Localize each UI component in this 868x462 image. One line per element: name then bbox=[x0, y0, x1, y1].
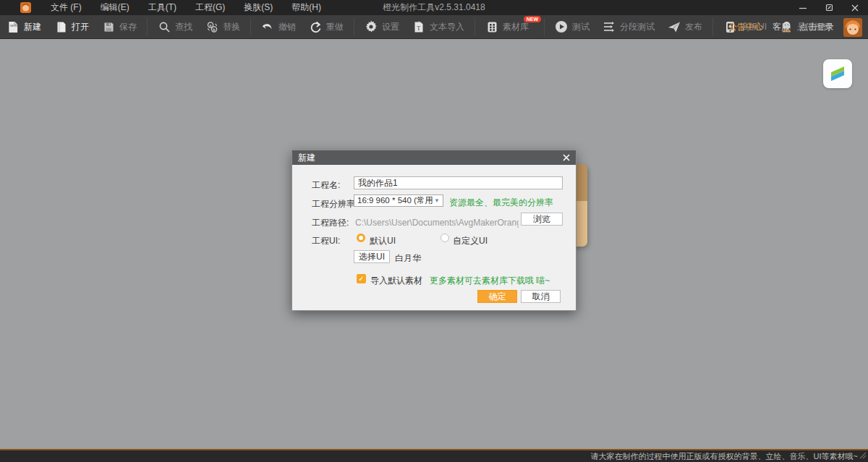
segment-test-button[interactable]: 分段测试 bbox=[596, 15, 661, 38]
material-library-button[interactable]: 素材库 NEW bbox=[479, 15, 535, 38]
new-badge: NEW bbox=[524, 16, 541, 22]
settings-button[interactable]: 设置 bbox=[358, 15, 406, 38]
customer-service-link[interactable]: 客服 bbox=[773, 21, 790, 33]
default-ui-radio[interactable] bbox=[357, 234, 365, 242]
segment-test-icon bbox=[603, 20, 616, 33]
resolution-label: 工程分辨率: bbox=[312, 198, 357, 210]
toolbar-divider bbox=[712, 18, 713, 35]
status-bar: 请大家在制作的过程中使用正版或有授权的背景、立绘、音乐、UI等素材哦~ bbox=[0, 449, 868, 462]
login-link[interactable]: 点击登录 bbox=[799, 21, 834, 33]
ok-button[interactable]: 确定 bbox=[477, 290, 517, 303]
library-icon bbox=[485, 20, 498, 33]
custom-ui-radio[interactable] bbox=[441, 234, 449, 242]
toolbar-divider bbox=[475, 18, 475, 35]
toolbar-button-label: 撤销 bbox=[278, 21, 296, 33]
menu-project[interactable]: 工程(G) bbox=[186, 1, 234, 14]
svg-text:T: T bbox=[417, 24, 421, 31]
toolbar-divider bbox=[544, 18, 545, 35]
toolbar-button-label: 测试 bbox=[572, 21, 590, 33]
project-ui-label: 工程UI: bbox=[312, 235, 340, 247]
status-message: 请大家在制作的过程中使用正版或有授权的背景、立绘、音乐、UI等素材哦~ bbox=[591, 451, 858, 462]
search-icon bbox=[158, 20, 171, 33]
new-file-icon: NEW bbox=[7, 20, 20, 33]
menu-edit[interactable]: 编辑(E) bbox=[91, 1, 139, 14]
engine-logo-tile bbox=[823, 59, 852, 88]
project-name-input[interactable] bbox=[354, 176, 563, 189]
import-materials-label[interactable]: 导入默认素材 bbox=[370, 275, 422, 287]
replace-button[interactable]: ab 替换 bbox=[199, 15, 247, 38]
close-window-button[interactable] bbox=[842, 0, 868, 15]
test-button[interactable]: 测试 bbox=[548, 15, 596, 38]
open-file-icon bbox=[54, 20, 67, 33]
open-project-button[interactable]: 打开 bbox=[48, 15, 95, 38]
toolbar-button-label: 打开 bbox=[72, 21, 89, 33]
minimize-button[interactable] bbox=[790, 0, 816, 15]
restore-button[interactable] bbox=[816, 0, 842, 15]
svg-text:a: a bbox=[209, 23, 212, 27]
cancel-button[interactable]: 取消 bbox=[521, 290, 561, 303]
project-name-label: 工程名: bbox=[312, 179, 340, 192]
save-icon bbox=[102, 20, 115, 33]
svg-text:b: b bbox=[213, 27, 216, 32]
toolbar-button-label: 文本导入 bbox=[430, 21, 464, 33]
new-project-button[interactable]: NEW 新建 bbox=[0, 15, 48, 38]
replace-icon: ab bbox=[205, 20, 218, 33]
main-toolbar: NEW 新建 打开 保存 查找 ab 替换 撤销 bbox=[0, 15, 868, 39]
publish-button[interactable]: 发布 bbox=[661, 15, 709, 38]
publish-icon bbox=[668, 20, 681, 33]
resolution-selected-value: 16:9 960 * 540 (常用) bbox=[357, 195, 433, 206]
toolbar-button-label: 查找 bbox=[175, 21, 192, 33]
menu-skin[interactable]: 换肤(S) bbox=[234, 1, 282, 14]
toolbar-button-label: 素材库 bbox=[503, 21, 529, 33]
project-path-label: 工程路径: bbox=[312, 217, 349, 229]
redo-button[interactable]: 重做 bbox=[302, 15, 350, 38]
toolbar-divider bbox=[354, 18, 354, 35]
select-ui-button[interactable]: 选择UI bbox=[354, 250, 390, 263]
svg-text:NEW: NEW bbox=[10, 23, 17, 27]
redo-icon bbox=[309, 20, 322, 33]
toolbar-button-label: 分段测试 bbox=[620, 21, 655, 33]
dialog-title: 新建 bbox=[298, 152, 315, 164]
close-icon[interactable] bbox=[561, 153, 571, 163]
toolbar-right-cluster: 公告中心 客服 点击登录 bbox=[728, 15, 862, 39]
menu-tools[interactable]: 工具(T) bbox=[139, 1, 186, 14]
window-titlebar: 文件 (F) 编辑(E) 工具(T) 工程(G) 换肤(S) 帮助(H) 橙光制… bbox=[0, 0, 868, 15]
menu-file[interactable]: 文件 (F) bbox=[41, 1, 91, 14]
find-button[interactable]: 查找 bbox=[151, 15, 199, 38]
announcement-center-link[interactable]: 公告中心 bbox=[728, 21, 763, 33]
ui-theme-name: 白月华 bbox=[395, 252, 421, 265]
text-import-button[interactable]: T 文本导入 bbox=[406, 15, 471, 38]
dialog-titlebar[interactable]: 新建 bbox=[292, 150, 576, 165]
toolbar-button-label: 新建 bbox=[24, 21, 41, 33]
import-materials-hint: 更多素材可去素材库下载哦 喵~ bbox=[430, 275, 550, 287]
resolution-hint: 资源最全、最完美的分辨率 bbox=[449, 197, 553, 209]
window-title: 橙光制作工具v2.5.31.0418 bbox=[383, 1, 485, 14]
play-icon bbox=[555, 20, 568, 33]
text-import-icon: T bbox=[412, 20, 425, 33]
gear-icon bbox=[365, 20, 378, 33]
save-button[interactable]: 保存 bbox=[95, 15, 143, 38]
app-logo-icon bbox=[20, 2, 31, 13]
custom-ui-radio-label[interactable]: 自定义UI bbox=[453, 235, 488, 247]
resize-grip-icon[interactable] bbox=[859, 452, 867, 461]
user-avatar[interactable] bbox=[843, 18, 862, 37]
toolbar-button-label: 替换 bbox=[223, 21, 240, 33]
toolbar-button-label: 发布 bbox=[685, 21, 702, 33]
toolbar-divider bbox=[250, 18, 251, 35]
project-path-value: C:\Users\User\Documents\AvgMakerOrange\我… bbox=[355, 217, 519, 229]
toolbar-button-label: 保存 bbox=[119, 21, 137, 33]
s-logo-icon bbox=[827, 64, 848, 84]
toolbar-button-label: 设置 bbox=[382, 21, 399, 33]
undo-button[interactable]: 撤销 bbox=[255, 15, 302, 38]
undo-icon bbox=[261, 20, 274, 33]
menu-help[interactable]: 帮助(H) bbox=[282, 1, 331, 14]
toolbar-divider bbox=[147, 18, 148, 35]
resolution-select[interactable]: 16:9 960 * 540 (常用) ▼ bbox=[354, 194, 443, 207]
default-ui-radio-label[interactable]: 默认UI bbox=[370, 235, 396, 247]
import-materials-checkbox[interactable]: ✓ bbox=[357, 274, 366, 283]
chevron-down-icon: ▼ bbox=[434, 197, 440, 204]
new-project-dialog: 新建 工程名: 工程分辨率: 16:9 960 * 540 (常用) ▼ 资源最… bbox=[292, 150, 576, 311]
browse-button[interactable]: 浏览 bbox=[521, 213, 563, 226]
toolbar-button-label: 重做 bbox=[326, 21, 344, 33]
